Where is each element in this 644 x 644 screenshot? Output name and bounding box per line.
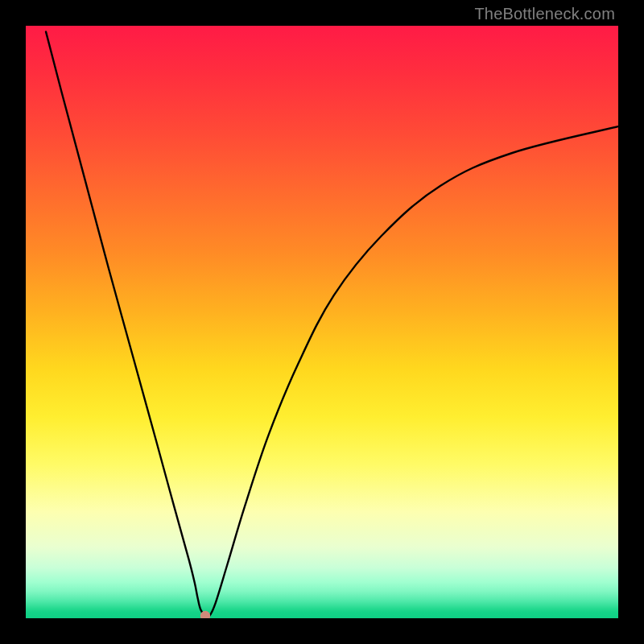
plot-area [26, 26, 618, 618]
outer-black-frame: TheBottleneck.com [0, 0, 644, 644]
bottleneck-curve-svg [26, 26, 618, 618]
bottleneck-curve-path [46, 31, 618, 617]
watermark-text: TheBottleneck.com [474, 5, 615, 23]
